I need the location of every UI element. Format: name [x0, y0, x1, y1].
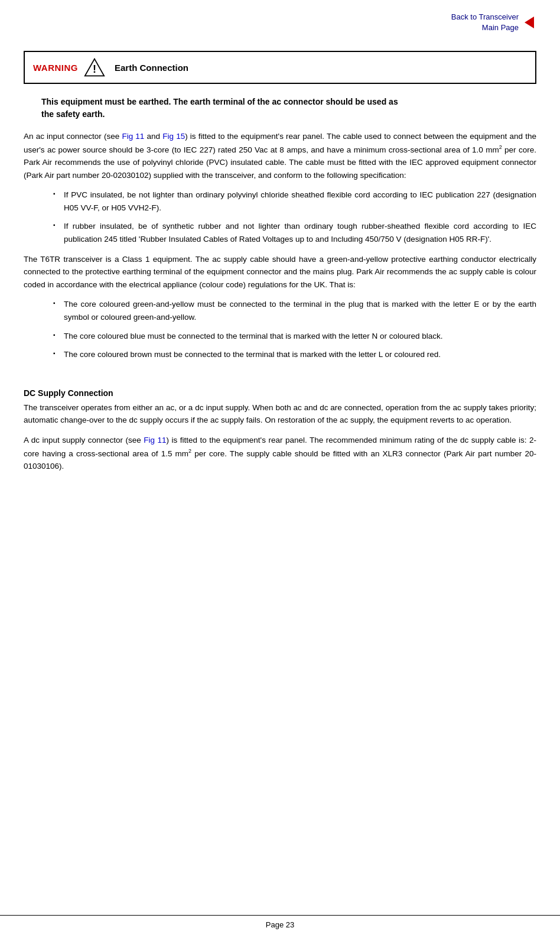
paragraph-4: A dc input supply connector (see Fig 11)…	[24, 434, 536, 472]
bullet-item-2: If rubber insulated, be of synthetic rub…	[53, 220, 536, 245]
page-container: Back to Transceiver Main Page WARNING ! …	[0, 0, 560, 941]
top-nav: Back to Transceiver Main Page	[24, 12, 536, 33]
page-number: Page 23	[266, 920, 294, 929]
fig15-link[interactable]: Fig 15	[162, 132, 185, 141]
page-footer: Page 23	[0, 915, 560, 929]
bullet-item-3: The core coloured green-and-yellow must …	[53, 298, 536, 323]
back-to-main-link[interactable]: Back to Transceiver Main Page	[451, 12, 536, 33]
bullet-item-5: The core coloured brown must be connecte…	[53, 348, 536, 361]
svg-marker-0	[525, 17, 534, 28]
dc-supply-heading: DC Supply Connection	[24, 388, 536, 398]
paragraph-2: The T6TR transceiver is a Class 1 equipm…	[24, 253, 536, 291]
bullet-item-4: The core coloured blue must be connected…	[53, 330, 536, 343]
svg-text:!: !	[93, 63, 96, 75]
warning-title: Earth Connection	[115, 63, 188, 73]
bullet-item-1: If PVC insulated, be not lighter than or…	[53, 189, 536, 214]
fig11-link-2[interactable]: Fig 11	[144, 436, 166, 444]
safety-notice: This equipment must be earthed. The eart…	[41, 96, 536, 121]
paragraph-1: An ac input connector (see Fig 11 and Fi…	[24, 130, 536, 181]
back-link-text: Back to Transceiver Main Page	[451, 12, 519, 33]
fig11-link-1[interactable]: Fig 11	[122, 132, 144, 141]
back-arrow-icon	[522, 15, 536, 30]
warning-icon: !	[84, 57, 105, 78]
warning-box: WARNING ! Earth Connection	[24, 51, 536, 84]
paragraph-3: The transceiver operates from either an …	[24, 401, 536, 427]
warning-label: WARNING	[33, 63, 78, 73]
bullet-list-1: If PVC insulated, be not lighter than or…	[53, 189, 536, 245]
bullet-list-2: The core coloured green-and-yellow must …	[53, 298, 536, 361]
